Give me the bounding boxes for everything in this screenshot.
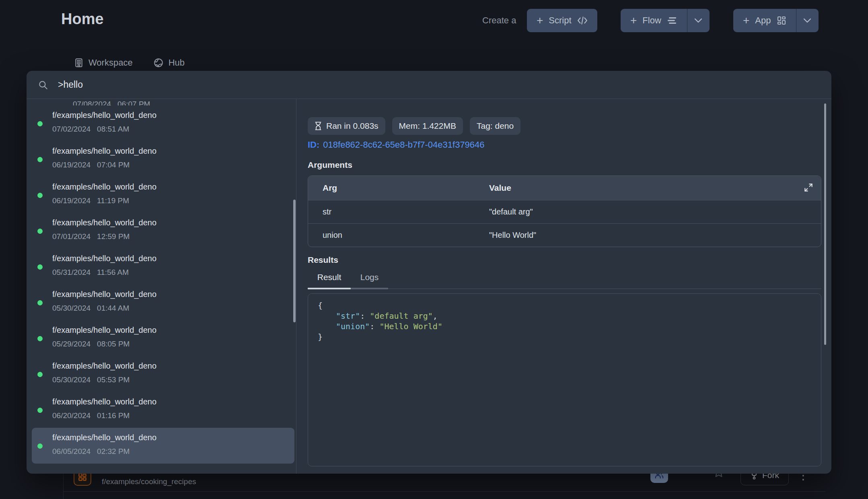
memory-badge-label: Mem: 1.422MB xyxy=(399,121,456,131)
run-datetime: 06/19/202407:04 PM xyxy=(52,161,294,169)
command-palette-modal: 07/08/202406:07 PM f/examples/hello_worl… xyxy=(27,71,831,474)
run-datetime: 07/01/202412:59 PM xyxy=(52,232,294,241)
arguments-section-label: Arguments xyxy=(308,160,352,170)
run-datetime: 07/08/202406:07 PM xyxy=(73,100,150,105)
run-path: f/examples/hello_world_deno xyxy=(52,433,294,442)
clipped-list-item[interactable]: 07/08/202406:07 PM xyxy=(52,99,150,105)
table-row: str "default arg" xyxy=(308,200,821,223)
search-icon xyxy=(38,80,48,90)
column-value: Value xyxy=(489,183,821,193)
status-dot-icon xyxy=(37,229,43,234)
arguments-table: Arg Value str "default arg" union xyxy=(308,175,821,247)
runs-list: 07/08/202406:07 PM f/examples/hello_worl… xyxy=(27,99,296,474)
run-datetime: 06/05/202402:32 PM xyxy=(52,447,294,456)
run-id-label: ID: xyxy=(308,140,319,150)
json-lines: "str": "default arg","union": "Hello Wor… xyxy=(318,311,811,332)
detail-scrollbar-thumb[interactable] xyxy=(824,103,826,345)
tag-badge: Tag: deno xyxy=(470,117,520,135)
list-item[interactable]: f/examples/hello_world_deno 05/30/202401… xyxy=(32,285,294,320)
value-cell: "Hello World" xyxy=(489,231,821,240)
result-json-viewer: { "str": "default arg","union": "Hello W… xyxy=(308,293,821,466)
run-path: f/examples/hello_world_deno xyxy=(52,326,294,335)
arguments-table-rows: str "default arg" union "Hello World" xyxy=(308,200,821,247)
divider xyxy=(63,491,825,492)
runs-items: f/examples/hello_world_deno 07/02/202408… xyxy=(27,105,296,464)
memory-badge: Mem: 1.422MB xyxy=(392,117,463,135)
status-dot-icon xyxy=(37,408,43,413)
duration-badge-label: Ran in 0.083s xyxy=(326,121,378,131)
expand-icon[interactable] xyxy=(803,182,814,193)
json-line: "union": "Hello World" xyxy=(318,321,811,332)
tag-badge-label: Tag: deno xyxy=(477,121,514,131)
search-bar xyxy=(27,71,831,99)
modal-body: 07/08/202406:07 PM f/examples/hello_worl… xyxy=(27,99,831,474)
tab-logs[interactable]: Logs xyxy=(351,270,388,289)
run-path: f/examples/hello_world_deno xyxy=(52,361,294,371)
duration-badge: Ran in 0.083s xyxy=(308,117,385,135)
list-item[interactable]: f/examples/hello_world_deno 06/19/202411… xyxy=(32,177,294,213)
run-datetime: 07/02/202408:51 AM xyxy=(52,125,294,134)
run-path: f/examples/hello_world_deno xyxy=(52,218,294,227)
list-item[interactable]: f/examples/hello_world_deno 05/29/202408… xyxy=(32,320,294,356)
run-datetime: 06/19/202411:19 PM xyxy=(52,196,294,205)
arg-cell: str xyxy=(308,207,489,217)
run-path: f/examples/hello_world_deno xyxy=(52,182,294,192)
list-item[interactable]: f/examples/hello_world_deno 06/19/202407… xyxy=(32,141,294,177)
status-dot-icon xyxy=(37,157,43,162)
list-item[interactable]: f/examples/hello_world_deno 06/05/202402… xyxy=(32,428,294,464)
run-path: f/examples/hello_world_deno xyxy=(52,146,294,156)
json-open-brace: { xyxy=(318,300,811,311)
value-cell: "default arg" xyxy=(489,207,821,217)
run-path: f/examples/hello_world_deno xyxy=(52,290,294,299)
run-path: f/examples/hello_world_deno xyxy=(52,254,294,263)
list-item[interactable]: f/examples/hello_world_deno 05/31/202411… xyxy=(32,249,294,285)
status-dot-icon xyxy=(37,193,43,198)
run-datetime: 05/29/202408:05 PM xyxy=(52,340,294,348)
arguments-table-header: Arg Value xyxy=(308,176,821,200)
page: Home Create a + Script + Flow + App xyxy=(0,0,868,499)
status-dot-icon xyxy=(37,264,43,270)
list-item[interactable]: f/examples/hello_world_deno 05/30/202405… xyxy=(32,356,294,392)
list-item[interactable]: f/examples/hello_world_deno 07/02/202408… xyxy=(32,105,294,141)
run-id-value: 018fe862-8c62-65e8-b7f7-04e31f379646 xyxy=(323,140,484,150)
search-input[interactable] xyxy=(58,79,820,90)
run-path: f/examples/hello_world_deno xyxy=(52,111,294,120)
item-path-subtitle: f/examples/cooking_recipes xyxy=(102,477,196,486)
run-datetime: 05/30/202401:44 AM xyxy=(52,304,294,313)
json-line: "str": "default arg", xyxy=(318,311,811,321)
run-id-link[interactable]: ID: 018fe862-8c62-65e8-b7f7-04e31f379646 xyxy=(308,140,485,150)
arg-cell: union xyxy=(308,231,489,240)
results-section-label: Results xyxy=(308,255,338,265)
status-dot-icon xyxy=(37,300,43,305)
list-scrollbar-thumb[interactable] xyxy=(293,200,296,322)
hourglass-icon xyxy=(315,122,322,130)
status-dot-icon xyxy=(37,443,43,449)
run-datetime: 05/31/202411:56 AM xyxy=(52,268,294,277)
result-tabs: Result Logs xyxy=(308,270,821,289)
run-datetime: 06/20/202401:16 PM xyxy=(52,411,294,420)
run-detail-panel: Ran in 0.083s Mem: 1.422MB Tag: deno ID:… xyxy=(296,99,831,474)
status-dot-icon xyxy=(37,121,43,126)
table-row: union "Hello World" xyxy=(308,223,821,247)
json-close-brace: } xyxy=(318,332,811,342)
list-item[interactable]: f/examples/hello_world_deno 07/01/202412… xyxy=(32,213,294,249)
run-path: f/examples/hello_world_deno xyxy=(52,397,294,406)
column-arg: Arg xyxy=(308,183,489,193)
list-item[interactable]: f/examples/hello_world_deno 06/20/202401… xyxy=(32,392,294,428)
run-datetime: 05/30/202405:53 PM xyxy=(52,375,294,384)
status-dot-icon xyxy=(37,372,43,377)
tab-result[interactable]: Result xyxy=(308,270,351,289)
run-badges: Ran in 0.083s Mem: 1.422MB Tag: deno xyxy=(308,117,520,135)
status-dot-icon xyxy=(37,336,43,341)
